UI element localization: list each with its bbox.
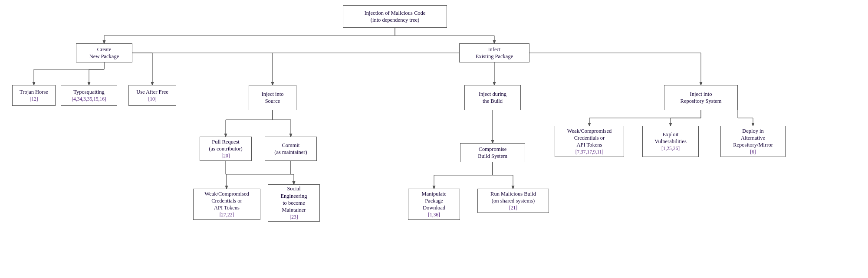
node-run-malicious-build: Run Malicious Build (on shared systems) … <box>477 189 549 213</box>
node-social-engineering: Social Engineering to become Maintainer … <box>268 184 320 222</box>
diagram: Injection of Malicious Code (into depend… <box>0 0 868 278</box>
node-pull-request: Pull Request (as contributor) [20] <box>200 137 252 161</box>
node-typosquatting: Typosquatting [4,34,3,35,15,16] <box>61 85 117 106</box>
node-inject-into-source: Inject into Source <box>249 85 296 110</box>
node-exploit-vuln: Exploit Vulnerabilities [1,25,26] <box>642 126 699 157</box>
node-create-new-package: Create New Package <box>76 43 132 62</box>
node-weak-creds-repo: Weak/Compromised Credentials or API Toke… <box>555 126 624 157</box>
node-inject-into-repo: Inject into Repository System <box>664 85 738 110</box>
node-inject-during-build: Inject during the Build <box>464 85 521 110</box>
node-trojan-horse: Trojan Horse [12] <box>12 85 56 106</box>
node-manipulate-pkg: Manipulate Package Download [1,36] <box>408 189 460 220</box>
node-infect-existing: Infect Existing Package <box>459 43 529 62</box>
node-commit: Commit (as maintainer) <box>265 137 317 161</box>
node-weak-creds-source: Weak/Compromised Credentials or API Toke… <box>193 189 260 220</box>
node-deploy-alt-repo: Deploy in Alternative Repository/Mirror … <box>720 126 786 157</box>
node-root: Injection of Malicious Code (into depend… <box>343 5 447 28</box>
node-compromise-build: Compromise Build System <box>460 143 525 162</box>
node-use-after-free: Use After Free [10] <box>128 85 176 106</box>
